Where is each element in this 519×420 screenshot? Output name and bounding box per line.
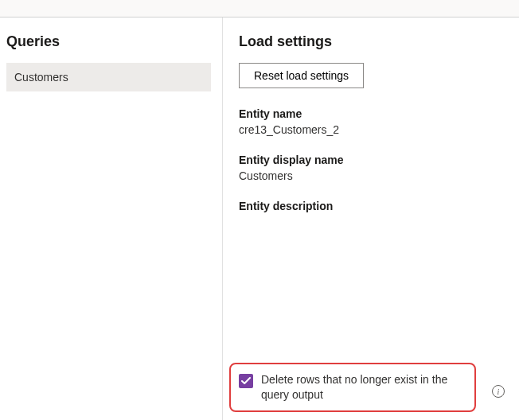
entity-name-value: cre13_Customers_2: [239, 123, 509, 136]
reset-load-settings-button[interactable]: Reset load settings: [239, 63, 364, 88]
top-bar: [0, 0, 519, 18]
entity-display-name-field: Entity display name Customers: [239, 154, 509, 182]
query-item-customers[interactable]: Customers: [6, 63, 211, 91]
entity-name-field: Entity name cre13_Customers_2: [239, 107, 509, 136]
info-icon[interactable]: i: [492, 385, 505, 398]
main-columns: Queries Customers Load settings Reset lo…: [0, 18, 519, 420]
load-settings-panel: Load settings Reset load settings Entity…: [223, 18, 519, 420]
entity-description-field: Entity description: [239, 200, 509, 212]
delete-rows-region: Delete rows that no longer exist in the …: [229, 363, 476, 412]
delete-rows-label: Delete rows that no longer exist in the …: [261, 372, 466, 402]
load-settings-title: Load settings: [239, 33, 509, 50]
entity-display-name-label: Entity display name: [239, 154, 509, 166]
queries-panel: Queries Customers: [0, 18, 223, 420]
entity-name-label: Entity name: [239, 107, 509, 120]
delete-rows-checkbox[interactable]: [239, 374, 253, 388]
entity-display-name-value: Customers: [239, 169, 509, 182]
checkmark-icon: [241, 376, 251, 386]
entity-description-label: Entity description: [239, 200, 509, 212]
queries-title: Queries: [6, 33, 211, 50]
